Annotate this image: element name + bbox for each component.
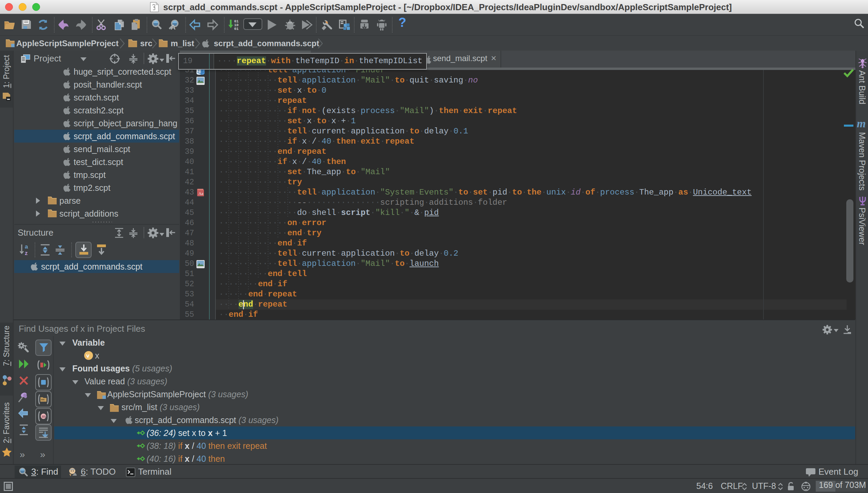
- svg-text:A: A: [171, 23, 175, 31]
- svg-text:z: z: [25, 250, 28, 256]
- svg-text:a: a: [25, 244, 28, 250]
- svg-text:01: 01: [234, 27, 239, 31]
- svg-text:v: v: [86, 352, 90, 359]
- svg-text:m: m: [42, 414, 46, 419]
- svg-text:Aa: Aa: [199, 191, 204, 196]
